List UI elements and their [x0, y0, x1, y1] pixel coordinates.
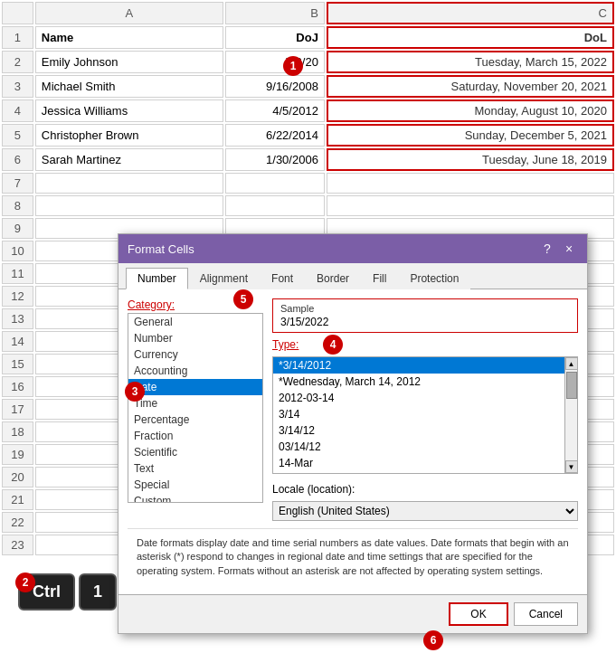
type-label: Type: [272, 338, 578, 351]
type-list-wrapper: *3/14/2012 *Wednesday, March 14, 2012 20… [272, 356, 578, 474]
col-header-c: C [327, 2, 614, 24]
corner-header [2, 2, 33, 24]
category-date[interactable]: Date [128, 379, 262, 395]
category-special[interactable]: Special [128, 477, 262, 493]
table-row: 2 Emily Johnson 7/8/20 Tuesday, March 15… [2, 51, 614, 73]
sample-label: Sample [280, 303, 570, 314]
category-accounting[interactable]: Accounting [128, 363, 262, 379]
row-number: 6 [2, 148, 33, 171]
scroll-up-arrow[interactable]: ▲ [565, 357, 578, 370]
tab-fill[interactable]: Fill [361, 268, 398, 289]
sample-box: Sample 3/15/2022 [272, 298, 578, 333]
row-number: 1 [2, 26, 33, 49]
cell-a6[interactable]: Sarah Martinez [35, 148, 223, 171]
one-key: 1 [79, 573, 117, 610]
dialog-description: Date formats display date and time seria… [128, 528, 578, 585]
dialog-tabs: Number Alignment Font Border Fill Protec… [118, 263, 587, 289]
cell-a2[interactable]: Emily Johnson [35, 51, 223, 73]
dialog-help-button[interactable]: ? [538, 240, 556, 258]
row-number: 5 [2, 124, 33, 147]
cell-c1[interactable]: DoL [327, 26, 614, 49]
cell-c5[interactable]: Sunday, December 5, 2021 [327, 124, 614, 147]
cell-a5[interactable]: Christopher Brown [35, 124, 223, 147]
cell-c3[interactable]: Saturday, November 20, 2021 [327, 75, 614, 98]
category-text[interactable]: Text [128, 460, 262, 477]
table-row: 3 Michael Smith 9/16/2008 Saturday, Nove… [2, 75, 614, 98]
locale-label: Locale (location): [272, 483, 578, 496]
col-header-a: A [35, 2, 223, 24]
table-row: 5 Christopher Brown 6/22/2014 Sunday, De… [2, 124, 614, 147]
tab-font[interactable]: Font [260, 268, 305, 289]
type-item-4[interactable]: 3/14 [273, 406, 564, 422]
locale-select[interactable]: English (United States) [272, 501, 578, 521]
table-row: 8 [2, 195, 614, 216]
dialog-main-row: Category: General Number Currency Accoun… [128, 298, 578, 521]
scroll-down-arrow[interactable]: ▼ [565, 460, 578, 473]
tab-border[interactable]: Border [305, 268, 361, 289]
col-header-b: B [225, 2, 325, 24]
row-number: 4 [2, 99, 33, 122]
row-number: 3 [2, 75, 33, 98]
table-row: 4 Jessica Williams 4/5/2012 Monday, Augu… [2, 99, 614, 122]
annotation-6: 6 [423, 630, 443, 650]
sample-value: 3/15/2022 [280, 316, 570, 328]
type-item-6[interactable]: 03/14/12 [273, 439, 564, 455]
row-number: 2 [2, 51, 33, 73]
cell-b3[interactable]: 9/16/2008 [225, 75, 325, 98]
annotation-5: 5 [233, 289, 253, 309]
cell-a1[interactable]: Name [35, 26, 223, 49]
type-list-scrollbar[interactable]: ▲ ▼ [564, 357, 577, 473]
type-item-selected[interactable]: *3/14/2012 [273, 357, 564, 374]
category-panel: Category: General Number Currency Accoun… [128, 298, 263, 521]
cancel-button[interactable]: Cancel [514, 602, 578, 626]
type-list[interactable]: *3/14/2012 *Wednesday, March 14, 2012 20… [273, 357, 564, 473]
tab-protection[interactable]: Protection [398, 268, 470, 289]
category-custom[interactable]: Custom [128, 493, 262, 503]
category-currency[interactable]: Currency [128, 346, 262, 363]
tab-alignment[interactable]: Alignment [188, 268, 260, 289]
cell-b5[interactable]: 6/22/2014 [225, 124, 325, 147]
category-general[interactable]: General [128, 314, 262, 330]
cell-c2[interactable]: Tuesday, March 15, 2022 [327, 51, 614, 73]
cell-b4[interactable]: 4/5/2012 [225, 99, 325, 122]
ok-button[interactable]: OK [449, 602, 507, 626]
category-percentage[interactable]: Percentage [128, 412, 262, 428]
cell-a3[interactable]: Michael Smith [35, 75, 223, 98]
type-item-2[interactable]: *Wednesday, March 14, 2012 [273, 374, 564, 390]
dialog-title-buttons: ? × [538, 240, 578, 258]
cell-c6[interactable]: Tuesday, June 18, 2019 [327, 148, 614, 171]
type-item-7[interactable]: 14-Mar [273, 455, 564, 471]
table-row: 7 [2, 173, 614, 194]
dialog-footer: OK Cancel [118, 594, 587, 633]
category-number[interactable]: Number [128, 330, 262, 346]
type-item-5[interactable]: 3/14/12 [273, 422, 564, 439]
right-panel: Sample 3/15/2022 Type: *3/14/2012 *Wedne… [272, 298, 578, 521]
dialog-title: Format Cells [128, 242, 194, 256]
tab-number[interactable]: Number [126, 268, 188, 289]
category-time[interactable]: Time [128, 395, 262, 412]
category-scientific[interactable]: Scientific [128, 444, 262, 460]
cell-b6[interactable]: 1/30/2006 [225, 148, 325, 171]
annotation-3: 3 [125, 382, 145, 402]
annotation-4: 4 [323, 335, 343, 355]
table-row: 6 Sarah Martinez 1/30/2006 Tuesday, June… [2, 148, 614, 171]
annotation-2: 2 [15, 573, 35, 592]
category-list[interactable]: General Number Currency Accounting Date … [128, 313, 263, 503]
cell-b2[interactable]: 7/8/20 [225, 51, 325, 73]
dialog-body: Category: General Number Currency Accoun… [118, 289, 587, 594]
cell-a4[interactable]: Jessica Williams [35, 99, 223, 122]
type-item-3[interactable]: 2012-03-14 [273, 390, 564, 406]
format-cells-dialog: Format Cells ? × Number Alignment Font B… [118, 233, 588, 634]
scroll-thumb[interactable] [566, 372, 577, 399]
dialog-titlebar: Format Cells ? × [118, 234, 587, 263]
category-fraction[interactable]: Fraction [128, 428, 262, 444]
cell-c4[interactable]: Monday, August 10, 2020 [327, 99, 614, 122]
annotation-1: 1 [283, 56, 303, 76]
dialog-close-button[interactable]: × [560, 240, 578, 258]
cell-b1[interactable]: DoJ [225, 26, 325, 49]
table-row: 1 Name DoJ DoL [2, 26, 614, 49]
